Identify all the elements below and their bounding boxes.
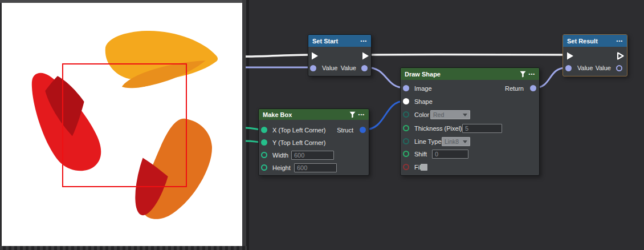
node-menu-button[interactable]: •••: [361, 39, 367, 43]
x-label: X (Top Left Corner): [272, 127, 326, 134]
shift-input[interactable]: [432, 150, 468, 159]
line-type-dropdown-value: Link8: [445, 138, 459, 145]
color-label: Color: [414, 112, 429, 118]
preview-image: [2, 3, 242, 246]
node-titlebar[interactable]: Make Box •••: [259, 109, 369, 120]
node-menu-button[interactable]: •••: [529, 72, 535, 76]
x-in-port[interactable]: [261, 127, 267, 133]
node-title: Make Box: [263, 111, 292, 118]
line-type-label: Line Type: [414, 139, 442, 145]
height-input[interactable]: [294, 163, 337, 172]
line-type-port[interactable]: [403, 138, 409, 144]
funnel-icon: [349, 111, 356, 118]
height-label: Height: [272, 165, 291, 171]
image-in-port[interactable]: [403, 85, 409, 91]
chevron-down-icon: [463, 114, 467, 116]
return-out-label: Return: [505, 86, 524, 92]
node-titlebar[interactable]: Set Result •••: [563, 35, 627, 47]
thickness-label: Thickness (Pixel): [414, 126, 462, 132]
image-preview-pane: [0, 0, 249, 250]
y-label: Y (Top Left Corner): [272, 140, 325, 146]
value-in-port[interactable]: [565, 65, 572, 71]
funnel-icon: [520, 71, 526, 78]
value-out-label: Value: [341, 65, 356, 71]
width-port[interactable]: [261, 152, 267, 158]
chevron-down-icon: [463, 140, 467, 143]
value-in-label: Value: [577, 65, 593, 71]
shape-in-port[interactable]: [403, 98, 409, 104]
fill-checkbox[interactable]: [421, 164, 427, 171]
value-out-port[interactable]: [616, 65, 622, 71]
struct-out-port[interactable]: [360, 127, 366, 133]
shift-port[interactable]: [403, 151, 409, 157]
node-draw-shape[interactable]: Draw Shape ••• Image Return Shape Color …: [400, 67, 540, 176]
color-port[interactable]: [403, 111, 409, 118]
node-titlebar[interactable]: Draw Shape •••: [401, 68, 539, 80]
screenshot-root: Set Start ••• Value Value Set Result •••…: [0, 0, 644, 250]
node-menu-button[interactable]: •••: [358, 112, 365, 117]
node-set-result[interactable]: Set Result ••• Value Value: [563, 34, 627, 76]
node-title: Set Result: [567, 38, 598, 45]
node-title: Draw Shape: [405, 71, 441, 78]
node-title: Set Start: [312, 38, 338, 45]
value-in-label: Value: [322, 65, 337, 71]
exec-out-port[interactable]: [616, 51, 625, 61]
value-in-port[interactable]: [310, 65, 316, 71]
shape-label: Shape: [414, 99, 433, 105]
node-titlebar[interactable]: Set Start •••: [308, 35, 371, 47]
width-label: Width: [272, 152, 288, 159]
pane-resize-strip[interactable]: [0, 246, 247, 250]
color-dropdown[interactable]: Red: [430, 110, 470, 119]
y-in-port[interactable]: [261, 139, 267, 146]
thickness-port[interactable]: [403, 125, 409, 131]
thickness-input[interactable]: [462, 124, 502, 133]
line-type-dropdown[interactable]: Link8: [442, 137, 470, 146]
color-dropdown-value: Red: [433, 111, 444, 118]
width-input[interactable]: [291, 151, 334, 160]
value-out-port[interactable]: [361, 65, 368, 71]
node-set-start[interactable]: Set Start ••• Value Value: [308, 34, 372, 76]
exec-out-port[interactable]: [361, 51, 370, 61]
node-make-box[interactable]: Make Box ••• X (Top Left Corner) Struct …: [258, 108, 369, 176]
value-out-label: Value: [596, 65, 611, 71]
shift-label: Shift: [414, 151, 427, 158]
height-port[interactable]: [261, 164, 267, 171]
image-label: Image: [414, 86, 432, 92]
fill-port[interactable]: [403, 164, 409, 170]
preview-canvas: [2, 3, 242, 246]
return-out-port[interactable]: [530, 85, 536, 91]
pane-separator[interactable]: [242, 0, 249, 250]
struct-out-label: Struct: [337, 127, 353, 134]
exec-in-port[interactable]: [311, 51, 319, 61]
exec-in-port[interactable]: [566, 51, 574, 61]
node-menu-button[interactable]: •••: [617, 39, 623, 43]
